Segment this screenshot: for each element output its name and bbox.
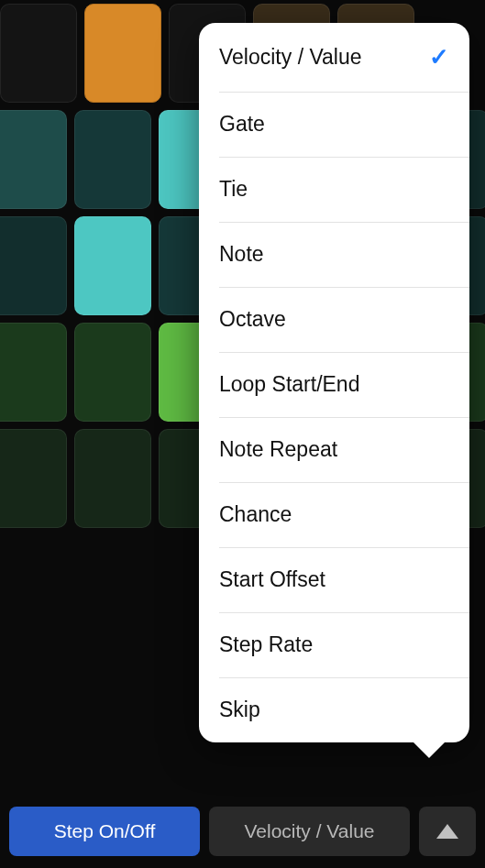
pad[interactable]	[0, 4, 77, 103]
menu-item-note[interactable]: Note	[199, 222, 469, 287]
button-label: Step On/Off	[54, 820, 156, 842]
menu-item-label: Gate	[219, 112, 265, 137]
pad[interactable]	[0, 429, 67, 528]
menu-item-note-repeat[interactable]: Note Repeat	[199, 417, 469, 482]
menu-item-label: Note Repeat	[219, 437, 337, 462]
menu-item-start-offset[interactable]: Start Offset	[199, 547, 469, 612]
menu-item-label: Tie	[219, 177, 248, 202]
pad[interactable]	[0, 216, 67, 315]
pad[interactable]	[84, 4, 161, 103]
pad[interactable]	[74, 323, 151, 422]
menu-item-skip[interactable]: Skip	[199, 677, 469, 742]
edit-mode-popover: Velocity / Value ✓ Gate Tie Note Octave …	[199, 23, 469, 742]
edit-mode-menu-button[interactable]	[419, 807, 476, 856]
pad[interactable]	[0, 323, 67, 422]
menu-item-step-rate[interactable]: Step Rate	[199, 612, 469, 677]
menu-item-label: Loop Start/End	[219, 372, 359, 397]
menu-item-label: Note	[219, 242, 264, 267]
pad[interactable]	[74, 110, 151, 209]
menu-item-label: Step Rate	[219, 632, 313, 657]
menu-item-label: Start Offset	[219, 567, 325, 592]
checkmark-icon: ✓	[429, 43, 449, 71]
triangle-up-icon	[436, 824, 458, 839]
menu-item-gate[interactable]: Gate	[199, 92, 469, 157]
menu-item-label: Skip	[219, 698, 260, 722]
step-on-off-button[interactable]: Step On/Off	[9, 807, 200, 856]
menu-item-loop-start-end[interactable]: Loop Start/End	[199, 352, 469, 417]
menu-item-octave[interactable]: Octave	[199, 287, 469, 352]
menu-item-tie[interactable]: Tie	[199, 157, 469, 222]
menu-item-label: Chance	[219, 502, 292, 527]
pad[interactable]	[0, 110, 67, 209]
bottom-toolbar: Step On/Off Velocity / Value	[0, 797, 485, 868]
menu-item-chance[interactable]: Chance	[199, 482, 469, 547]
pad[interactable]	[74, 216, 151, 315]
menu-item-label: Octave	[219, 307, 286, 332]
pad[interactable]	[74, 429, 151, 528]
button-label: Velocity / Value	[244, 820, 374, 842]
edit-mode-button[interactable]: Velocity / Value	[209, 807, 410, 856]
menu-item-label: Velocity / Value	[219, 45, 362, 70]
menu-item-velocity-value[interactable]: Velocity / Value ✓	[199, 23, 469, 92]
